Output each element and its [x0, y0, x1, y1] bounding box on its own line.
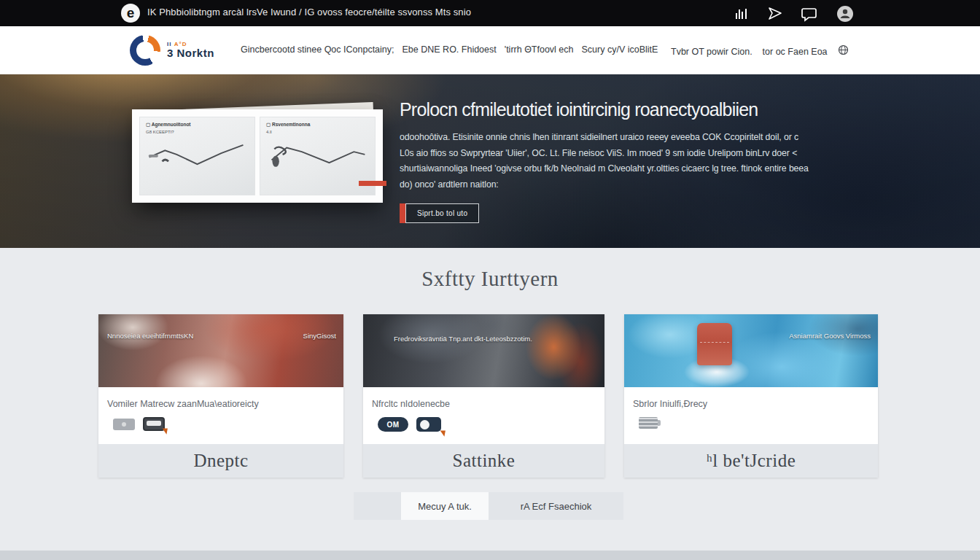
striped-machine-icon [639, 417, 658, 429]
hero-cta-button[interactable]: Siprt.bo tol uto [400, 203, 479, 223]
card-1-overlay-right: SinyGisost [303, 332, 336, 340]
nav-item-2[interactable]: 'tirrh ΘTfoovl ech [505, 44, 574, 55]
tab-secondary[interactable]: rA Ecf Fsaechiok [489, 492, 623, 520]
card-1-footer: Dneptc [98, 444, 343, 478]
card-1-badges [113, 417, 335, 431]
tab-active[interactable]: Mecuy A tuk. [401, 492, 489, 520]
topbar-icon-group [734, 4, 855, 23]
bottom-tabs: Mecuy A tuk. rA Ecf Fsaechiok [354, 492, 623, 520]
account-globe-icon[interactable] [836, 4, 855, 23]
globe-search-icon[interactable] [838, 44, 849, 58]
logo-text: II A°D 3 Norktn [167, 42, 214, 59]
hero-panel-1-sketch [146, 140, 249, 168]
cta-label: Siprt.bo tol uto [405, 203, 479, 223]
section-title: Sxftty Iurttyern [0, 248, 980, 291]
card-1-body: Vomiler Matrecw zaanMua\eatioreicty [98, 387, 343, 444]
dark-screen-icon [143, 417, 165, 431]
card-1-overlay-left: Nnnoseiea eueihtifrnmttsKN [107, 332, 193, 340]
hero-line-2: L0s aio ffios so Swpryrtear 'Uiier', OC.… [400, 146, 809, 162]
card-2-badges: OM [378, 417, 596, 432]
card-3-image: Asniamrait Goovs Virmoss [624, 314, 878, 387]
chat-icon[interactable] [801, 6, 818, 22]
om-pill-icon: OM [378, 417, 408, 432]
nav-links: Gincbercootd stinee Qoc IConpctainy; Ebe… [241, 44, 658, 55]
hero-title: Prolocn cfmileutotiet iointircinig roane… [400, 99, 758, 120]
card-1-title: Vomiler Matrecw zaanMua\eatioreicty [107, 399, 335, 409]
hero-panel-2-sketch [266, 140, 369, 168]
card-2-title: Nfrcltc nIdolenecbe [372, 399, 596, 409]
card-2-footer-label: Sattinke [453, 451, 516, 471]
nav-item-1[interactable]: Ebe DNE RO. Fhidoest [402, 44, 497, 55]
hero-panel-1: Agnemnuoiitonot G8 KCEEPTI? [139, 117, 255, 195]
hero-panel-1-title: Agnemnuoiitonot [146, 122, 249, 128]
card-3-footer-label: ʰl be'tJcride [707, 451, 796, 471]
card-3[interactable]: Asniamrait Goovs Virmoss Sbrlor Iniulfi,… [624, 314, 878, 478]
hero-line-3: shurtiaiwannoliga Ineed 'ogivse orbu fk/… [400, 161, 809, 177]
hero-line-4: do) onco' ardtlern naitlon: [400, 177, 809, 193]
nav-right-item-0[interactable]: Tvbr OT powir Cion. [671, 47, 752, 57]
card-2[interactable]: Fredroviksrävntiä Tnp.ant dkt-Leteosbzzo… [363, 314, 604, 478]
topbar-brand-text: IK Phbbiolibtngm arcàl lrsVe Iwund / IG … [147, 7, 471, 18]
send-icon[interactable] [767, 6, 783, 22]
card-1-footer-label: Dneptc [193, 451, 248, 471]
hero-red-accent [359, 181, 386, 186]
topbar-logo-icon[interactable]: e [121, 4, 140, 23]
card-3-badges [639, 417, 869, 429]
card-2-overlay: Fredroviksrävntiä Tnp.ant dkt-Leteosbzzo… [394, 335, 532, 343]
safety-section: Sxftty Iurttyern Nnnoseiea eueihtifrnmtt… [0, 248, 980, 560]
main-nav: II A°D 3 Norktn Gincbercootd stinee Qoc … [0, 26, 980, 74]
card-1[interactable]: Nnnoseiea eueihtifrnmttsKN SinyGisost Vo… [98, 314, 343, 478]
hero-product-card: Agnemnuoiitonot G8 KCEEPTI? Rsvenemtinon… [132, 109, 383, 203]
card-2-image: Fredroviksrävntiä Tnp.ant dkt-Leteosbzzo… [363, 314, 604, 387]
card-3-overlay-right: Asniamrait Goovs Virmoss [789, 332, 871, 340]
cta-red-accent [400, 203, 405, 223]
orange-cursor-icon [440, 428, 448, 437]
card-3-body: Sbrlor Iniulfi,Ðrecy [624, 387, 878, 444]
nav-right-item-1[interactable]: tor oc Faen Eoa [763, 47, 828, 57]
nav-item-0[interactable]: Gincbercootd stinee Qoc IConpctainy; [241, 44, 394, 55]
card-row: Nnnoseiea eueihtifrnmttsKN SinyGisost Vo… [98, 314, 878, 478]
nav-item-3[interactable]: Scury cy/V icoBlitE [582, 44, 658, 55]
hero-line-1: odoohoôtiva. Etisinite onnie chnis lhen … [400, 130, 809, 146]
card-3-footer: ʰl be'tJcride [624, 444, 878, 478]
card-3-title: Sbrlor Iniulfi,Ðrecy [633, 399, 869, 409]
navy-camera-icon [416, 417, 441, 432]
nav-right-links: Tvbr OT powir Cion. tor oc Faen Eoa [671, 44, 849, 58]
footer-strip [0, 551, 980, 560]
tab-spacer [354, 492, 401, 520]
card-2-body: Nfrcltc nIdolenecbe OM [363, 387, 604, 444]
card-2-footer: Sattinke [363, 444, 604, 478]
card-1-image: Nnnoseiea eueihtifrnmttsKN SinyGisost [98, 314, 343, 387]
red-cap-object [697, 323, 732, 365]
hero-panel-2-title: Rsvenemtinonna [266, 122, 369, 128]
hero-panel-1-sub: G8 KCEEPTI? [146, 130, 249, 134]
hero-panel-2-sub: 4.ll [266, 130, 369, 134]
logo-line2: 3 Norktn [167, 47, 214, 59]
signal-chart-icon[interactable] [734, 6, 750, 22]
topbar: e IK Phbbiolibtngm arcàl lrsVe Iwund / I… [0, 0, 980, 26]
gray-button-icon [113, 419, 135, 430]
orange-cursor-icon [163, 426, 171, 435]
site-logo[interactable]: II A°D 3 Norktn [130, 35, 214, 66]
logo-c-mark-icon [130, 35, 160, 66]
hero-description: odoohoôtiva. Etisinite onnie chnis lhen … [400, 130, 809, 192]
hero-banner: Agnemnuoiitonot G8 KCEEPTI? Rsvenemtinon… [0, 74, 980, 248]
